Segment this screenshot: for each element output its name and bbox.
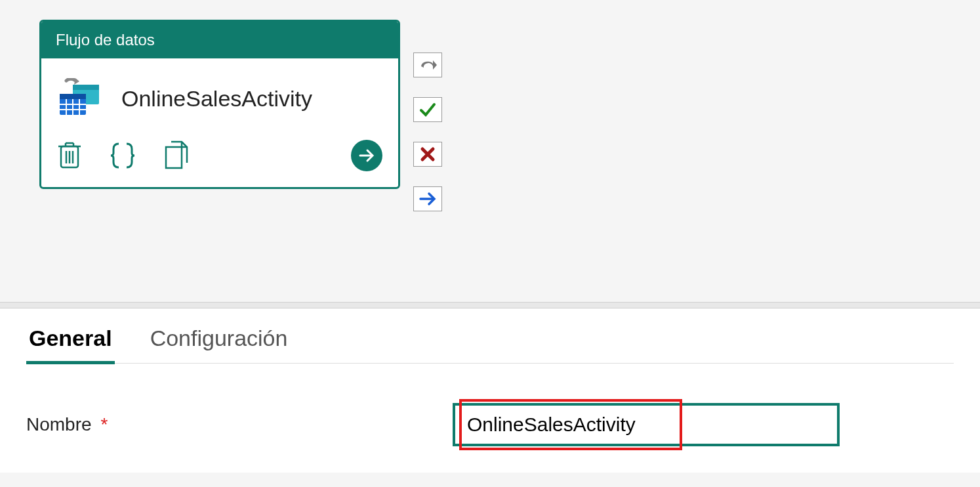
code-braces-icon[interactable] [110,141,136,170]
name-field-row: Nombre * [26,403,954,446]
activity-card[interactable]: Flujo de datos OnlineSalesActivity [39,20,400,189]
tabs-bar: General Configuración [26,322,954,364]
tab-general[interactable]: General [26,322,115,363]
redo-button[interactable] [413,53,442,77]
proceed-arrow-button[interactable] [351,140,382,171]
required-indicator: * [101,414,108,435]
activity-side-toolbar [413,53,442,211]
properties-panel: General Configuración Nombre * [0,308,980,473]
failure-x-button[interactable] [413,142,442,167]
skip-arrow-button[interactable] [413,186,442,211]
pipeline-canvas[interactable]: Flujo de datos OnlineSalesActivity [0,0,980,302]
success-check-button[interactable] [413,97,442,122]
name-label: Nombre * [26,414,453,435]
activity-type-header: Flujo de datos [41,22,398,58]
delete-icon[interactable] [57,141,82,170]
dataflow-icon [57,78,103,119]
tab-configuracion[interactable]: Configuración [148,322,291,363]
panel-divider[interactable] [0,302,980,308]
name-label-text: Nombre [26,414,92,435]
activity-name-label: OnlineSalesActivity [121,86,312,112]
copy-icon[interactable] [163,140,190,171]
name-input[interactable] [453,403,840,446]
svg-rect-4 [60,94,86,99]
svg-rect-2 [73,85,99,90]
